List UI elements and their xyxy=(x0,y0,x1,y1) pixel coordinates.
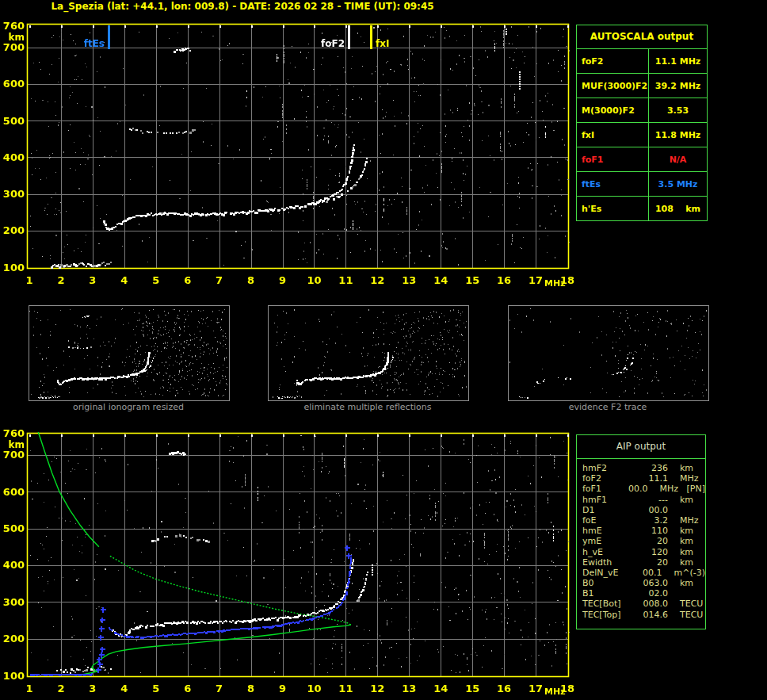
aip-row-unit: km xyxy=(668,536,693,546)
aip-row: D100.0 xyxy=(582,505,705,515)
aip-row: Ewidth20km xyxy=(582,557,705,568)
thumbnail-evidence-canvas xyxy=(509,306,707,399)
thumbnail-caption-eliminate: eliminate multiple reflections xyxy=(268,402,467,412)
aip-row: DelN_vE00.1m^(-3) xyxy=(582,568,705,578)
aip-row-label: TEC[Top] xyxy=(582,610,635,620)
aip-row-unit xyxy=(668,505,680,515)
aip-row-unit: MHz xyxy=(668,515,699,526)
thumbnail-original-canvas xyxy=(29,306,227,399)
aip-row-value: 02.0 xyxy=(635,588,668,599)
thumbnail-eliminate-canvas xyxy=(269,306,467,399)
top-ionogram-plot xyxy=(0,14,586,293)
aip-table: AIP outputhmF2236kmfoF211.1MHzfoF100.0MH… xyxy=(576,434,706,629)
autoscala-row: foF1N/A xyxy=(577,147,707,172)
aip-row-label: foF1 xyxy=(582,484,622,494)
autoscala-app-window: La_Spezia (lat: +44.1, lon: 009.8) - DAT… xyxy=(0,0,767,700)
autoscala-row-label: h'Es xyxy=(577,197,649,220)
thumbnail-evidence-f2 xyxy=(508,305,709,401)
autoscala-row-value: 108 km xyxy=(649,197,707,220)
aip-row: hmE110km xyxy=(582,526,705,536)
aip-row-value: 00.0 xyxy=(635,505,668,515)
aip-row: hmF1---km xyxy=(582,495,705,505)
aip-row: foF211.1MHz xyxy=(582,473,705,484)
aip-row-unit: km xyxy=(668,557,693,568)
aip-row-label: foF2 xyxy=(582,473,635,484)
thumbnail-original-ionogram xyxy=(29,305,230,401)
aip-row: B102.0 xyxy=(582,588,705,599)
aip-row-value: 20 xyxy=(635,536,668,546)
aip-row: h_vE120km xyxy=(582,547,705,557)
aip-row-value: 236 xyxy=(635,463,668,473)
autoscala-row-label: M(3000)F2 xyxy=(577,98,649,122)
aip-table-body: hmF2236kmfoF211.1MHzfoF100.0MHz [PN]hmF1… xyxy=(577,459,705,620)
aip-row-unit: km xyxy=(668,526,693,536)
aip-row-label: DelN_vE xyxy=(582,568,631,578)
aip-row-label: foE xyxy=(582,515,635,526)
aip-row: TEC[Top]014.6TECU xyxy=(582,610,705,620)
autoscala-row: M(3000)F23.53 xyxy=(577,98,707,123)
aip-row-value: 11.1 xyxy=(635,473,668,484)
aip-row: foE3.2MHz xyxy=(582,515,705,526)
autoscala-row-label: fxI xyxy=(577,123,649,147)
thumbnail-eliminate-reflections xyxy=(268,305,469,401)
aip-row-value: 014.6 xyxy=(635,610,668,620)
aip-row-unit: MHz [PN] xyxy=(648,484,705,494)
thumbnail-caption-original: original ionogram resized xyxy=(29,402,228,412)
aip-row-value: 120 xyxy=(635,547,668,557)
autoscala-row-value: 11.1 MHz xyxy=(649,49,707,73)
autoscala-row-value: 3.5 MHz xyxy=(649,172,707,196)
autoscala-row-value: 3.53 xyxy=(649,98,707,122)
autoscala-row-label: foF2 xyxy=(577,49,649,73)
aip-row: B0063.0km xyxy=(582,578,705,588)
aip-row-label: B1 xyxy=(582,588,635,599)
station-title: La_Spezia (lat: +44.1, lon: 009.8) - DAT… xyxy=(0,1,485,12)
aip-row-label: h_vE xyxy=(582,547,635,557)
aip-row-label: Ewidth xyxy=(582,557,635,568)
aip-row-unit: km xyxy=(668,463,693,473)
autoscala-row-value: 11.8 MHz xyxy=(649,123,707,147)
autoscala-row: foF211.1 MHz xyxy=(577,49,707,74)
aip-row-unit: km xyxy=(668,495,693,505)
aip-row-label: hmF1 xyxy=(582,495,635,505)
autoscala-table-title: AUTOSCALA output xyxy=(577,25,707,49)
aip-table-title: AIP output xyxy=(577,435,705,459)
autoscala-row: MUF(3000)F239.2 MHz xyxy=(577,74,707,98)
autoscala-row-value: 39.2 MHz xyxy=(649,74,707,98)
aip-row-value: --- xyxy=(635,495,668,505)
autoscala-row-label: foF1 xyxy=(577,147,649,171)
aip-row-value: 063.0 xyxy=(635,578,668,588)
autoscala-row: h'Es108 km xyxy=(577,197,707,220)
aip-row-label: hmF2 xyxy=(582,463,635,473)
aip-row-label: hmE xyxy=(582,526,635,536)
thumbnail-caption-evidence: evidence F2 trace xyxy=(508,402,708,412)
autoscala-row-label: ftEs xyxy=(577,172,649,196)
aip-row: hmF2236km xyxy=(582,463,705,473)
aip-row-value: 20 xyxy=(635,557,668,568)
aip-row-value: 3.2 xyxy=(635,515,668,526)
bottom-ionogram-plot xyxy=(0,424,586,700)
autoscala-table: AUTOSCALA outputfoF211.1 MHzMUF(3000)F23… xyxy=(576,25,708,221)
aip-row-unit: TECU xyxy=(668,610,703,620)
aip-row-value: 00.0 xyxy=(622,484,647,494)
aip-row-unit: km xyxy=(668,578,693,588)
aip-row: ymE20km xyxy=(582,536,705,546)
aip-row-value: 00.1 xyxy=(631,568,662,578)
autoscala-row-label: MUF(3000)F2 xyxy=(577,74,649,98)
aip-row-value: 008.0 xyxy=(635,599,668,609)
aip-row: foF100.0MHz [PN] xyxy=(582,484,705,494)
autoscala-row: fxI11.8 MHz xyxy=(577,123,707,147)
aip-row: TEC[Bot]008.0TECU xyxy=(582,599,705,609)
aip-row-unit: MHz xyxy=(668,473,699,484)
aip-row-unit: TECU xyxy=(668,599,703,609)
autoscala-row: ftEs3.5 MHz xyxy=(577,172,707,197)
aip-row-unit: m^(-3) xyxy=(662,568,705,578)
autoscala-row-value: N/A xyxy=(649,147,707,171)
aip-row-value: 110 xyxy=(635,526,668,536)
aip-row-unit xyxy=(668,588,680,599)
aip-row-label: ymE xyxy=(582,536,635,546)
aip-row-label: D1 xyxy=(582,505,635,515)
aip-row-label: B0 xyxy=(582,578,635,588)
aip-row-label: TEC[Bot] xyxy=(582,599,635,609)
aip-row-unit: km xyxy=(668,547,693,557)
